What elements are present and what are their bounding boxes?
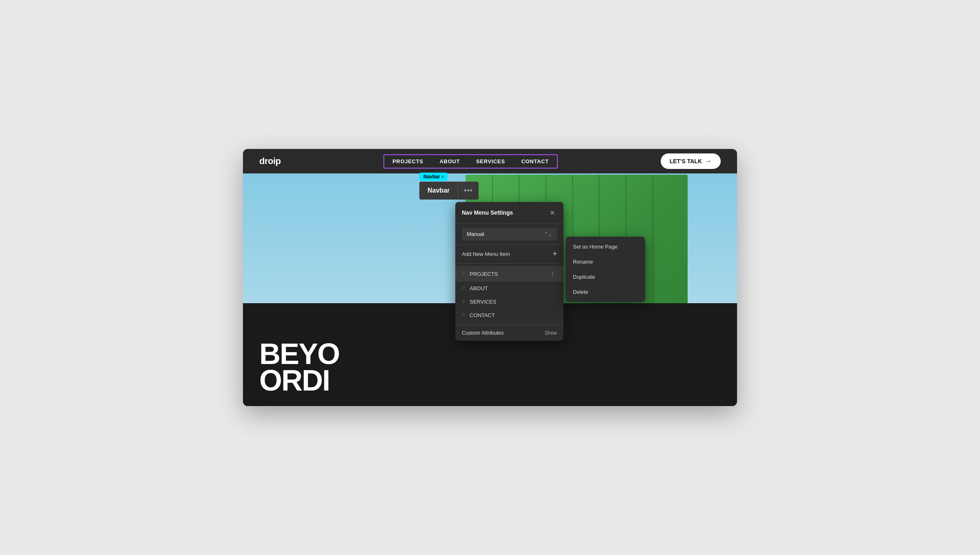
custom-attributes-label: Custom Attributes	[462, 330, 504, 336]
browser-window: BEYO ORDI droip PROJECTS ABOUT SERVICES …	[243, 149, 737, 406]
navbar-title: Navbar	[419, 182, 458, 200]
panel-dropdown-row: Manual ⌃⌄	[455, 224, 564, 245]
site-logo: droip	[259, 156, 281, 166]
menu-item-projects[interactable]: ⠿ PROJECTS ⋮	[455, 266, 564, 282]
nav-menu-panel: Nav Menu Settings ✕ Manual ⌃⌄ Add New Me…	[455, 202, 564, 341]
site-nav: PROJECTS ABOUT SERVICES CONTACT	[383, 154, 558, 169]
context-delete[interactable]: Delete	[566, 284, 645, 300]
nav-item-contact[interactable]: CONTACT	[513, 155, 557, 168]
cta-label: LET'S TALK	[670, 158, 702, 164]
context-menu: Set as Home Page Rename Duplicate Delete	[566, 237, 645, 302]
menu-item-about[interactable]: ⠿ ABOUT	[455, 282, 564, 295]
cta-button[interactable]: LET'S TALK →	[661, 153, 721, 169]
menu-item-more-icon[interactable]: ⋮	[548, 270, 557, 278]
context-duplicate[interactable]: Duplicate	[566, 269, 645, 284]
navbar-settings-row: Navbar •••	[419, 182, 479, 200]
nav-item-services[interactable]: SERVICES	[468, 155, 513, 168]
hero-text: BEYO ORDI	[259, 341, 339, 394]
panel-title: Nav Menu Settings	[462, 209, 513, 216]
menu-item-name: CONTACT	[470, 312, 557, 318]
context-set-home-page[interactable]: Set as Home Page	[566, 239, 645, 254]
drag-handle-icon: ⠿	[462, 271, 466, 277]
chevron-up-down-icon: ⌃⌄	[544, 231, 552, 237]
add-menu-label: Add New Menu Item	[462, 251, 510, 257]
navbar-tag-text: Navbar	[423, 174, 440, 180]
custom-attributes-row: Custom Attributes Show	[455, 325, 564, 341]
drag-handle-icon: ⠿	[462, 299, 466, 304]
menu-item-name: ABOUT	[470, 285, 557, 291]
manual-dropdown[interactable]: Manual ⌃⌄	[462, 228, 557, 240]
navbar-tag-arrow-icon: ›	[442, 174, 443, 180]
nav-item-about[interactable]: ABOUT	[432, 155, 468, 168]
menu-item-contact[interactable]: ⠿ CONTACT	[455, 309, 564, 322]
add-icon: +	[552, 250, 557, 258]
panel-header: Nav Menu Settings ✕	[455, 202, 564, 224]
add-menu-item-row[interactable]: Add New Menu Item +	[455, 245, 564, 264]
menu-item-name: PROJECTS	[470, 271, 548, 277]
menu-item-services[interactable]: ⠿ SERVICES	[455, 295, 564, 309]
dots-icon: •••	[464, 186, 473, 195]
site-header: droip PROJECTS ABOUT SERVICES CONTACT LE…	[243, 149, 737, 173]
custom-attributes-show-button[interactable]: Show	[545, 330, 557, 336]
navbar-more-button[interactable]: •••	[458, 182, 479, 200]
panel-close-button[interactable]: ✕	[547, 208, 557, 218]
nav-item-projects[interactable]: PROJECTS	[384, 155, 431, 168]
drag-handle-icon: ⠿	[462, 313, 466, 318]
drag-handle-icon: ⠿	[462, 286, 466, 291]
context-rename[interactable]: Rename	[566, 254, 645, 269]
cta-arrow-icon: →	[705, 158, 712, 165]
dropdown-label: Manual	[467, 231, 484, 237]
menu-item-name: SERVICES	[470, 299, 557, 305]
navbar-label-tag[interactable]: Navbar ›	[419, 173, 448, 181]
menu-items-list: ⠿ PROJECTS ⋮ ⠿ ABOUT ⠿ SERVICES ⠿ CONTAC…	[455, 264, 564, 325]
